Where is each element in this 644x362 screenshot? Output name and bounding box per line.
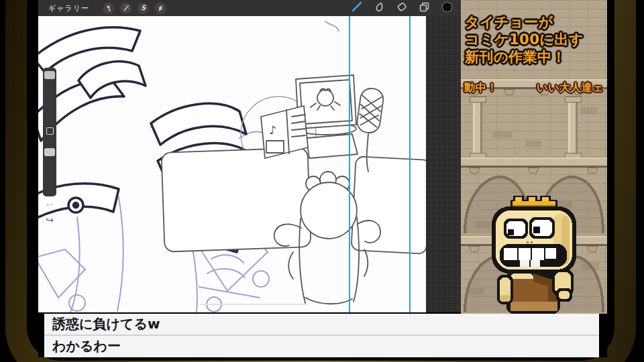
- chat-comment-bar: 誘惑に負けてるw わかるわー: [44, 314, 599, 357]
- scrolling-ticker: 動中！ いい大人達ェ: [461, 80, 607, 95]
- svg-text:♪: ♪: [269, 123, 276, 137]
- gallery-button[interactable]: ギャラリー: [48, 3, 89, 13]
- ticker-right-text: いい大人達ェ: [537, 80, 604, 95]
- selection-icon[interactable]: S: [138, 3, 149, 14]
- modify-square-icon: [46, 127, 54, 135]
- guide-line-right: [409, 16, 411, 312]
- brush-sidebar: [43, 68, 56, 196]
- modify-button[interactable]: [43, 125, 56, 136]
- title-line-2: コミケ100に出す: [465, 31, 584, 48]
- color-swatch-icon[interactable]: [441, 1, 453, 15]
- transform-arrow-icon[interactable]: [155, 3, 166, 14]
- paint-tools-group: [351, 1, 453, 15]
- brush-size-slider[interactable]: [44, 71, 55, 79]
- procreate-app: ギャラリー S: [38, 0, 461, 312]
- procreate-toolbar: ギャラリー S: [38, 0, 461, 16]
- smudge-icon[interactable]: [374, 1, 385, 15]
- redo-icon[interactable]: ↪: [43, 215, 56, 225]
- comment-row: 誘惑に負けてるw: [44, 314, 599, 335]
- workspace-background: [426, 16, 461, 312]
- guide-line-left: [349, 16, 350, 312]
- eraser-icon[interactable]: [396, 1, 407, 15]
- actions-wrench-icon[interactable]: [103, 3, 114, 14]
- pixel-mascot-character: [486, 196, 580, 314]
- drawing-canvas[interactable]: ♪: [38, 16, 426, 312]
- canvas-faint-line: [200, 304, 307, 305]
- comment-row: わかるわー: [44, 336, 599, 357]
- title-line-1: タイチョーが: [465, 13, 584, 31]
- brush-icon[interactable]: [351, 1, 363, 15]
- layers-icon[interactable]: [419, 1, 430, 15]
- adjustments-wand-icon[interactable]: [120, 3, 131, 14]
- stream-overlay-panel: タイチョーが コミケ100に出す 新刊の作業中！ 動中！ いい大人達ェ: [461, 0, 607, 314]
- tablet-screen: ギャラリー S: [38, 0, 607, 357]
- opacity-slider[interactable]: [44, 148, 55, 156]
- stream-stage: ギャラリー S: [0, 0, 644, 362]
- title-line-3: 新刊の作業中！: [465, 48, 584, 66]
- ticker-left-text: 動中！: [464, 80, 498, 95]
- pencil-sketch: ♪: [38, 16, 426, 312]
- undo-icon[interactable]: ↩: [43, 199, 56, 210]
- stream-title-text: タイチョーが コミケ100に出す 新刊の作業中！: [465, 13, 584, 66]
